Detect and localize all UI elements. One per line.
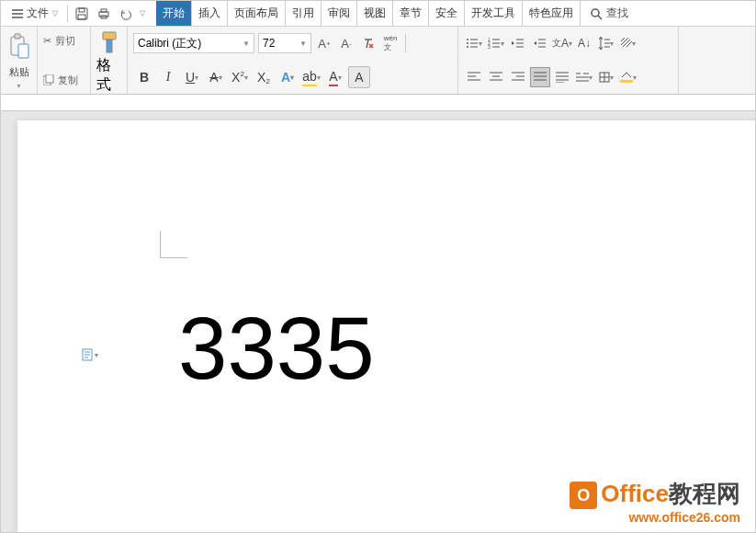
hamburger-icon <box>12 9 23 18</box>
watermark-url: www.office26.com <box>570 510 740 525</box>
search-label: 查找 <box>606 6 628 21</box>
tab-review[interactable]: 审阅 <box>322 1 357 26</box>
grow-font-button[interactable]: A+ <box>315 33 333 53</box>
watermark: OOffice教程网 www.office26.com <box>570 478 740 525</box>
margin-marker <box>160 231 187 258</box>
svg-rect-13 <box>18 44 28 58</box>
align-left-button[interactable] <box>464 67 484 87</box>
bullets-button[interactable]: ▾ <box>464 33 484 53</box>
font-name-combo[interactable]: Calibri (正文)▼ <box>133 33 254 53</box>
svg-rect-15 <box>46 74 53 83</box>
bold-button[interactable]: B <box>133 66 155 88</box>
show-marks-button[interactable]: ▾ <box>618 33 638 53</box>
align-distributed-button[interactable] <box>552 67 572 87</box>
logo-icon: O <box>570 482 597 509</box>
character-shading-button[interactable]: A <box>348 66 370 88</box>
decrease-indent-button[interactable] <box>508 33 528 53</box>
phonetic-guide-button[interactable]: wén文 <box>381 33 400 53</box>
svg-point-22 <box>467 46 468 48</box>
svg-rect-5 <box>78 15 85 19</box>
subscript-button[interactable]: X2 <box>253 66 275 88</box>
svg-rect-16 <box>103 32 116 40</box>
svg-rect-4 <box>79 8 85 12</box>
format-painter-button[interactable] <box>99 30 119 56</box>
align-justify-button[interactable] <box>530 67 550 87</box>
text-direction-button[interactable]: 文A▾ <box>552 33 572 53</box>
ribbon: 粘贴▼ ✂ 剪切 复制 格式刷 Calibri (正文)▼ 72▼ A+ A <box>1 27 755 95</box>
paragraph-options-icon[interactable]: ▾ <box>82 348 98 361</box>
format-painter-group: 格式刷 <box>91 27 128 94</box>
shading-button[interactable]: ▾ <box>618 67 638 87</box>
chevron-down-icon: ▼ <box>243 40 250 48</box>
svg-rect-12 <box>15 34 20 39</box>
strikethrough-button[interactable]: A▾ <box>205 66 227 88</box>
numbering-button[interactable]: 123▾ <box>486 33 506 53</box>
svg-point-20 <box>467 42 468 44</box>
print-button[interactable] <box>96 6 112 22</box>
align-center-button[interactable] <box>486 67 506 87</box>
underline-button[interactable]: U▾ <box>181 66 203 88</box>
qat-customize-icon[interactable]: ▽ <box>140 9 145 17</box>
document-area: ▾ 3335 <box>1 95 755 532</box>
search-icon <box>590 7 603 20</box>
svg-rect-63 <box>620 80 633 83</box>
highlight-button[interactable]: ab▾ <box>300 66 322 88</box>
title-bar: 文件 ▽ ▽ 开始 插入 页面布局 引用 审阅 视图 章节 安全 开发工具 特色… <box>1 1 755 27</box>
watermark-brand1: Office <box>601 480 669 507</box>
tab-security[interactable]: 安全 <box>429 1 465 26</box>
tab-page-layout[interactable]: 页面布局 <box>228 1 286 26</box>
line-spacing-button[interactable]: ▾ <box>596 33 616 53</box>
paragraph-group: ▾ 123▾ 文A▾ A↓ ▾ ▾ ▾ ▾ ▾ <box>458 27 679 94</box>
sort-button[interactable]: A↓ <box>574 33 594 53</box>
clear-formatting-button[interactable] <box>359 33 378 53</box>
shrink-font-button[interactable]: A- <box>337 33 355 53</box>
font-group: Calibri (正文)▼ 72▼ A+ A- wén文 B I U▾ A▾ X… <box>128 27 458 94</box>
svg-point-9 <box>592 9 599 17</box>
font-color-button[interactable]: A▾ <box>324 66 346 88</box>
clipboard-group: 粘贴▼ <box>1 27 38 94</box>
save-button[interactable] <box>73 6 90 22</box>
svg-point-18 <box>467 39 468 40</box>
tab-insert[interactable]: 插入 <box>192 1 228 26</box>
tab-chapter[interactable]: 章节 <box>393 1 429 26</box>
undo-button[interactable] <box>118 6 134 22</box>
paste-button[interactable] <box>6 30 32 63</box>
svg-rect-7 <box>101 9 107 12</box>
tab-developer[interactable]: 开发工具 <box>465 1 523 26</box>
chevron-down-icon: ▽ <box>52 9 58 17</box>
svg-rect-17 <box>107 40 112 52</box>
clipboard-side-group: ✂ 剪切 复制 <box>38 27 91 94</box>
tab-start[interactable]: 开始 <box>156 1 192 26</box>
file-menu[interactable]: 文件 ▽ <box>6 6 63 21</box>
align-right-button[interactable] <box>508 67 528 87</box>
font-size-combo[interactable]: 72▼ <box>258 33 311 53</box>
svg-text:3: 3 <box>488 44 491 50</box>
scissors-icon: ✂ <box>43 35 51 47</box>
tab-reference[interactable]: 引用 <box>286 1 322 26</box>
borders-button[interactable]: ▾ <box>596 67 616 87</box>
paste-label: 粘贴▼ <box>6 65 31 90</box>
tab-special[interactable]: 特色应用 <box>523 1 581 26</box>
text-effects-button[interactable]: A▾ <box>276 66 299 88</box>
document-page[interactable]: ▾ 3335 <box>17 120 755 532</box>
horizontal-ruler[interactable] <box>1 95 755 111</box>
italic-button[interactable]: I <box>157 66 179 88</box>
file-menu-label: 文件 <box>27 6 49 21</box>
cut-button[interactable]: ✂ 剪切 <box>43 30 85 51</box>
copy-button[interactable]: 复制 <box>43 70 85 90</box>
increase-indent-button[interactable] <box>530 33 550 53</box>
chevron-down-icon: ▼ <box>299 40 307 48</box>
quick-access-toolbar: ▽ <box>67 6 145 22</box>
search-button[interactable]: 查找 <box>590 6 628 21</box>
superscript-button[interactable]: X2▾ <box>229 66 251 88</box>
watermark-brand2: 教程网 <box>669 480 740 507</box>
ribbon-tabs: 开始 插入 页面布局 引用 审阅 视图 章节 安全 开发工具 特色应用 <box>156 1 581 26</box>
copy-icon <box>43 74 54 85</box>
svg-line-10 <box>598 16 602 19</box>
document-text[interactable]: 3335 <box>178 304 375 392</box>
tab-settings-button[interactable]: ▾ <box>574 67 594 87</box>
tab-view[interactable]: 视图 <box>357 1 393 26</box>
